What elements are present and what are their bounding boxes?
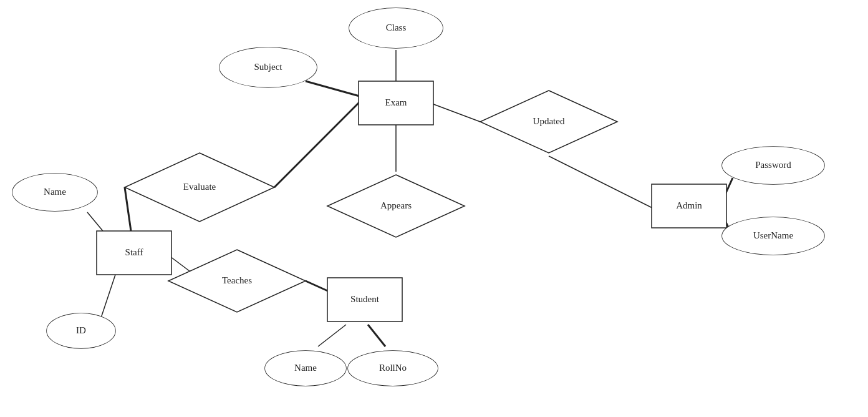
er-diagram-canvas — [0, 0, 868, 417]
